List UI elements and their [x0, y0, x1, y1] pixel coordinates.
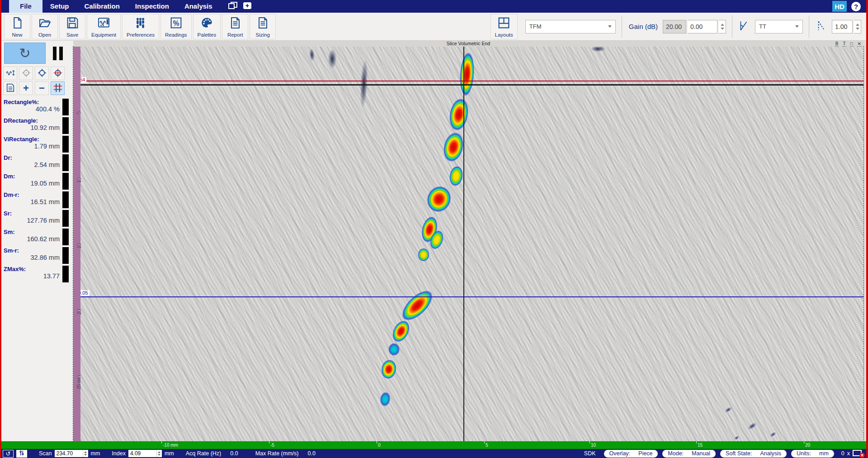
view-b-button[interactable]: B: [835, 41, 839, 47]
reading-value: 160.62 mm: [1, 235, 72, 243]
scan-position-value[interactable]: 234.70: [55, 450, 83, 457]
remote-display-icon[interactable]: ✕: [853, 450, 863, 457]
indication-blob: [389, 317, 413, 345]
index-position-field[interactable]: 4.09: [128, 450, 162, 457]
cursor-target-button[interactable]: [35, 67, 49, 80]
blue-cursor-label: 19.05: [80, 290, 90, 296]
factor-box[interactable]: 1.00: [832, 20, 853, 33]
cursor-crosshair-button[interactable]: [51, 67, 65, 80]
scan-axis-ruler[interactable]: -10 mm-505101520: [1, 441, 867, 449]
palettes-icon: [200, 16, 213, 31]
equipment-button[interactable]: Equipment: [87, 14, 121, 39]
measurement-cursor-horizontal[interactable]: [80, 84, 863, 86]
help-icon[interactable]: ?: [851, 2, 861, 11]
grid-cursors-button[interactable]: [51, 81, 65, 95]
menu-item-file[interactable]: File: [9, 0, 42, 13]
menu-item-inspection[interactable]: Inspection: [127, 0, 177, 13]
report-button-label: Report: [227, 32, 243, 38]
zoom-out-button[interactable]: −: [35, 81, 49, 95]
cursor-target-disabled-button[interactable]: [19, 67, 33, 80]
palettes-button[interactable]: Palettes: [193, 14, 221, 39]
scan-position-field[interactable]: 234.70: [55, 450, 88, 457]
index-position-spinner[interactable]: [156, 450, 162, 457]
readings-button[interactable]: % Readings: [160, 14, 192, 39]
ruler-tick: [377, 441, 377, 444]
palettes-button-label: Palettes: [198, 32, 217, 38]
beam-select[interactable]: TT: [755, 20, 803, 33]
preferences-button[interactable]: Preferences: [122, 14, 159, 39]
hd-badge[interactable]: HD: [832, 1, 847, 12]
gain-offset-box[interactable]: 0.00: [688, 20, 717, 33]
pause-button[interactable]: [51, 44, 65, 62]
red-reference-cursor[interactable]: [80, 81, 863, 81]
view-t-button[interactable]: T: [842, 41, 846, 47]
refresh-button[interactable]: ↻: [4, 43, 46, 64]
menu-window-icons: [228, 2, 252, 11]
view-mode-select[interactable]: TFM: [525, 20, 616, 33]
sliders-icon: [19, 450, 25, 458]
maximize-icon[interactable]: □: [850, 41, 854, 47]
scan-settings-button[interactable]: [16, 450, 27, 458]
view-title: Slice Volumetric End: [73, 41, 863, 47]
gain-spinner[interactable]: [719, 20, 726, 33]
blue-measurement-cursor[interactable]: [80, 296, 863, 297]
open-button[interactable]: Open: [32, 14, 58, 39]
tfm-scan-image[interactable]: 2.54 19.05: [80, 47, 863, 441]
target-gray-icon: [21, 68, 31, 79]
layouts-button[interactable]: Layouts: [491, 14, 518, 39]
ruler-tick: [484, 441, 485, 444]
reading-level-bar: [62, 191, 69, 208]
reading-row: Dm-r:16.51 mm: [1, 191, 72, 209]
reading-level-bar: [62, 173, 69, 190]
factor-spinner[interactable]: [854, 20, 861, 33]
beam-angle-icon: [738, 20, 750, 33]
save-button[interactable]: Save: [59, 14, 85, 39]
detach-window-icon[interactable]: [228, 2, 237, 11]
minus-icon: −: [39, 84, 45, 93]
plus-icon: +: [23, 84, 29, 93]
add-view-icon[interactable]: [243, 2, 252, 11]
ruler-tick-label: 20: [805, 443, 810, 448]
toolbar-separator: [732, 15, 732, 38]
scan-position-spinner[interactable]: [83, 450, 88, 457]
reset-scan-button[interactable]: ↺: [3, 450, 14, 458]
notes-button[interactable]: [3, 81, 17, 95]
menu-item-setup[interactable]: Setup: [42, 0, 77, 13]
pill-label: Mode:: [668, 450, 684, 457]
zoom-in-button[interactable]: +: [19, 81, 33, 95]
gain-offset-value: 0.00: [690, 23, 703, 30]
measurement-cursor-vertical[interactable]: [463, 47, 464, 441]
sdk-label: SDK: [584, 450, 596, 457]
chevron-down-icon: [608, 25, 612, 28]
reading-row: Sr:127.76 mm: [1, 209, 72, 228]
waveform-cursor-button[interactable]: [3, 67, 17, 80]
reading-level-bar: [62, 117, 69, 134]
reading-label: DRectangle:: [1, 116, 72, 124]
menu-item-analysis[interactable]: Analysis: [177, 0, 220, 13]
readings-panel: Rectangle%:400.4 %DRectangle:10.92 mmViR…: [1, 98, 72, 283]
zoom-times: x: [847, 450, 850, 457]
depth-ruler[interactable]: 510152025 mm: [73, 47, 80, 441]
noise-speck: [768, 430, 778, 439]
reading-row: Dm:19.05 mm: [1, 172, 72, 191]
gain-value-box[interactable]: 20.00: [663, 20, 686, 33]
equipment-button-label: Equipment: [91, 32, 116, 38]
report-button[interactable]: Report: [222, 14, 248, 39]
index-position-value[interactable]: 4.09: [128, 450, 156, 457]
reading-label: Rectangle%:: [1, 98, 72, 105]
save-floppy-icon: [66, 16, 79, 31]
pill-label: Units:: [797, 450, 811, 457]
close-icon[interactable]: ✕: [857, 41, 862, 47]
menu-item-calibration[interactable]: Calibration: [77, 0, 127, 13]
reading-value: 1.79 mm: [1, 143, 72, 150]
menu-bar: FileSetupCalibrationInspectionAnalysis H…: [0, 0, 868, 13]
ruler-tick: [590, 441, 590, 444]
reading-row: ZMax%:13.77: [1, 265, 72, 283]
sizing-button[interactable]: Sizing: [250, 14, 276, 39]
indication-blob: [388, 343, 400, 356]
dark-indication-smudge: [357, 50, 371, 118]
sizing-button-label: Sizing: [255, 32, 269, 38]
window-edge-left: [0, 0, 1, 458]
new-button[interactable]: New: [4, 14, 30, 39]
svg-text:%: %: [173, 19, 179, 27]
